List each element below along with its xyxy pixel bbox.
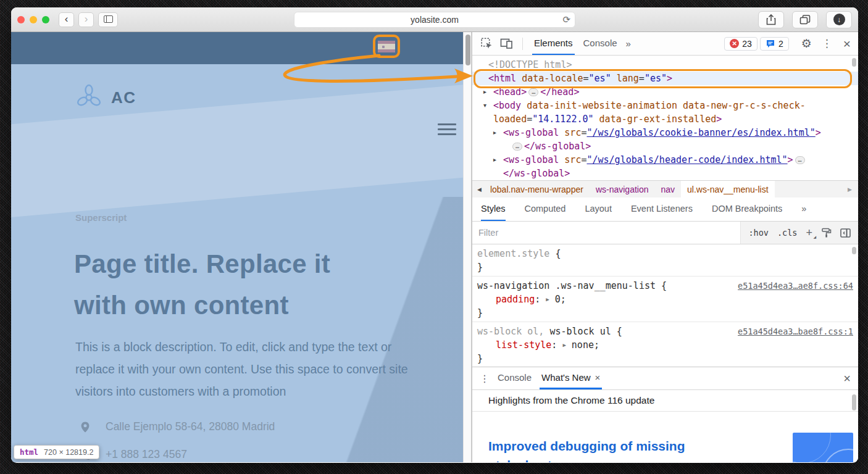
drawer-menu-kebab-icon[interactable]: ⋮ xyxy=(480,373,490,385)
breadcrumb-left-arrow-icon[interactable]: ◀ xyxy=(475,186,484,193)
downloads-button[interactable]: ↓ xyxy=(826,11,852,28)
spanish-flag-icon[interactable] xyxy=(378,41,395,52)
message-count-badge[interactable]: 2 xyxy=(760,37,789,51)
styles-pane-tab-dom-breakpoints[interactable]: DOM Breakpoints xyxy=(712,198,782,221)
css-declaration[interactable]: list-style: ▶ none; xyxy=(477,338,853,352)
page-scrollbar[interactable] xyxy=(463,32,472,462)
devtools-close-icon[interactable]: × xyxy=(843,37,851,50)
rule-selector[interactable]: ws-block ol, ws-block ul { xyxy=(477,325,622,338)
drawer-tab-whats-new[interactable]: What's New × xyxy=(540,367,602,389)
back-button[interactable]: ‹ xyxy=(59,12,74,27)
download-icon: ↓ xyxy=(833,14,845,25)
new-style-rule-button[interactable]: + xyxy=(806,227,812,239)
styles-pane-tabs: StylesComputedLayoutEvent ListenersDOM B… xyxy=(472,198,858,222)
tab-elements[interactable]: Elements xyxy=(532,32,575,55)
minimize-window-button[interactable] xyxy=(30,16,37,23)
styles-pane-tab-more[interactable]: » xyxy=(801,198,807,221)
drawer-tab-console[interactable]: Console xyxy=(496,367,533,389)
forward-button[interactable]: › xyxy=(78,12,94,27)
dom-tree: <!DOCTYPE html><html data-locale="es" la… xyxy=(472,56,858,180)
tab-console[interactable]: Console xyxy=(582,32,619,55)
location-pin-icon xyxy=(79,421,91,433)
styles-pane-tab-computed[interactable]: Computed xyxy=(525,198,566,221)
styles-scrollbar-thumb[interactable] xyxy=(852,247,856,254)
page-scrollbar-thumb[interactable] xyxy=(465,35,470,65)
article-title-link[interactable]: Improved debugging of missing stylesheet… xyxy=(488,436,748,462)
settings-gear-icon[interactable]: ⚙ xyxy=(801,36,812,51)
close-window-button[interactable] xyxy=(17,16,25,23)
css-rule: ws-navigation .ws-nav__menu-list {e51a45… xyxy=(472,276,858,322)
dom-tree-line[interactable]: </ws-global> xyxy=(472,167,858,180)
toggle-hover-state-button[interactable]: :hov xyxy=(748,228,769,238)
styles-pane-tab-event-listeners[interactable]: Event Listeners xyxy=(631,198,693,221)
devtools-menu-kebab-icon[interactable]: ⋮ xyxy=(822,37,832,50)
code-token: = xyxy=(583,73,589,84)
css-declaration[interactable]: padding: ▶ 0; xyxy=(477,293,853,306)
sidebar-toggle-button[interactable] xyxy=(98,12,118,27)
dom-tree-line[interactable]: loaded="14.1122.0" data-gr-ext-installed… xyxy=(472,112,858,126)
breadcrumb-item[interactable]: ws-navigation xyxy=(590,181,655,198)
device-toolbar-icon[interactable] xyxy=(500,38,513,49)
error-count-badge[interactable]: ✕ 23 xyxy=(724,37,757,51)
dom-tree-line[interactable]: ▸<ws-global src="/ws/globals/cookie-bann… xyxy=(472,126,858,139)
dom-link[interactable]: "/ws/globals/header-code/index.html" xyxy=(586,154,787,165)
breadcrumb-item[interactable]: lobal.nav-menu-wrapper xyxy=(484,181,590,198)
expand-arrow-icon[interactable]: ▸ xyxy=(493,153,496,167)
styles-pane-tab-layout[interactable]: Layout xyxy=(585,198,612,221)
issue-badges: ✕ 23 2 xyxy=(724,37,788,51)
dom-tree-line[interactable]: ▸<ws-global src="/ws/globals/header-code… xyxy=(472,153,858,167)
expand-inline-button[interactable]: … xyxy=(528,88,538,96)
menu-hamburger-icon[interactable] xyxy=(438,123,456,138)
share-button[interactable] xyxy=(758,11,784,28)
expand-inline-button[interactable]: … xyxy=(512,143,522,151)
paint-roller-icon[interactable] xyxy=(821,228,832,238)
styles-pane-tab-styles[interactable]: Styles xyxy=(481,198,506,221)
dom-tree-line[interactable]: …</ws-global> xyxy=(472,139,858,153)
breadcrumb-right-arrow-icon[interactable]: ▶ xyxy=(845,186,854,193)
reload-icon[interactable]: ⟳ xyxy=(562,14,570,25)
dom-link[interactable]: "/ws/globals/cookie-banner/es/index.html… xyxy=(586,127,815,138)
drawer-close-icon[interactable]: × xyxy=(843,372,851,385)
message-bubble-icon xyxy=(766,39,775,49)
window-controls xyxy=(17,16,49,23)
site-logo[interactable]: AC xyxy=(75,83,136,112)
close-whats-new-tab-icon[interactable]: × xyxy=(595,372,601,383)
code-token xyxy=(559,154,564,165)
rule-selector[interactable]: ws-navigation .ws-nav__menu-list { xyxy=(477,279,667,293)
styles-filter-controls: :hov .cls + xyxy=(741,227,858,239)
drawer-scrollbar-thumb[interactable] xyxy=(852,394,856,410)
stylesheet-source-link[interactable]: e51a45d4ea3…bae8f.css:1 xyxy=(738,325,853,338)
toggle-class-button[interactable]: .cls xyxy=(777,228,798,238)
dom-tree-line[interactable]: <html data-locale="es" lang="es"> xyxy=(472,72,858,85)
fan-logo-icon xyxy=(75,83,103,112)
styles-filter-input[interactable]: Filter xyxy=(472,222,741,244)
expand-inline-button[interactable]: … xyxy=(795,156,805,164)
code-token: padding xyxy=(496,294,535,305)
dom-tree-line[interactable]: ▾<body data-init-website-animation data-… xyxy=(472,99,858,112)
dom-tree-line[interactable]: ▸<head>…</head> xyxy=(472,85,858,99)
expand-arrow-icon[interactable]: ▸ xyxy=(483,85,486,99)
desktop-background: ‹ › yolasite.com ⟳ xyxy=(0,0,868,474)
collapse-arrow-icon[interactable]: ▾ xyxy=(483,99,486,112)
zoom-window-button[interactable] xyxy=(42,16,49,23)
article-thumbnail-image[interactable] xyxy=(793,433,853,462)
stylesheet-source-link[interactable]: e51a45d4ea3…ae8f.css:64 xyxy=(738,279,853,293)
expand-arrow-icon[interactable]: ▸ xyxy=(493,126,496,139)
rule-selector[interactable]: element.style { xyxy=(477,247,561,260)
breadcrumb-item[interactable]: ul.ws-nav__menu-list xyxy=(681,181,775,198)
panel-layout-icon[interactable] xyxy=(840,228,851,238)
webpage-viewport: AC Superscript Page title. Replace it wi… xyxy=(11,32,463,462)
dom-tree-line[interactable]: <!DOCTYPE html> xyxy=(472,58,858,72)
more-tabs-chevron[interactable]: » xyxy=(626,38,632,49)
breadcrumb: ◀ lobal.nav-menu-wrapperws-navigationnav… xyxy=(472,180,858,198)
address-bar[interactable]: yolasite.com ⟳ xyxy=(294,12,575,28)
dom-scrollbar-thumb[interactable] xyxy=(852,58,856,67)
code-token: = xyxy=(639,73,645,84)
breadcrumb-item[interactable]: nav xyxy=(655,181,682,198)
breadcrumb-list: lobal.nav-menu-wrapperws-navigationnavul… xyxy=(484,181,775,198)
inspect-cursor-icon[interactable] xyxy=(481,38,493,50)
tab-overview-button[interactable] xyxy=(792,11,818,28)
code-token: ws-navigation .ws-nav__menu-list { xyxy=(477,280,667,291)
devtools-toolbar: Elements Console » ✕ 23 xyxy=(472,32,858,56)
titlebar-actions: ↓ xyxy=(758,11,852,28)
